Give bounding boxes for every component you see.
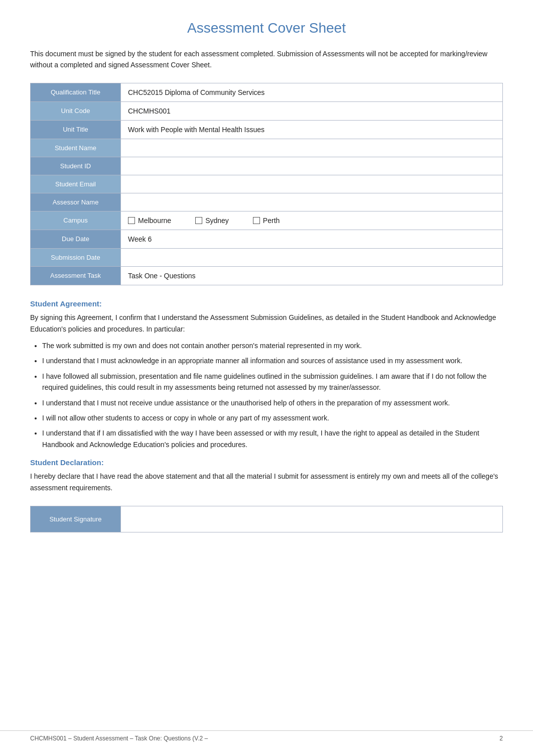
footer-left: CHCMHS001 – Student Assessment – Task On… xyxy=(30,735,208,742)
checkbox-sydney[interactable] xyxy=(195,217,202,224)
table-label-4: Student ID xyxy=(31,157,121,175)
table-label-0: Qualification Title xyxy=(31,83,121,101)
checkbox-perth[interactable] xyxy=(253,217,260,224)
campus-option-sydney[interactable]: Sydney xyxy=(195,217,229,225)
campus-option-melbourne[interactable]: Melbourne xyxy=(128,217,171,225)
campus-label-perth: Perth xyxy=(263,217,280,225)
table-value-10: Task One - Questions xyxy=(121,266,503,285)
table-value-6 xyxy=(121,193,503,211)
campus-label-sydney: Sydney xyxy=(205,217,229,225)
table-value-3 xyxy=(121,139,503,157)
footer: CHCMHS001 – Student Assessment – Task On… xyxy=(0,730,533,746)
table-value-4 xyxy=(121,157,503,175)
student-agreement-intro: By signing this Agreement, I confirm tha… xyxy=(30,312,503,335)
table-label-3: Student Name xyxy=(31,139,121,157)
campus-option-perth[interactable]: Perth xyxy=(253,217,280,225)
table-label-7: Campus xyxy=(31,211,121,230)
agreement-item-1: I understand that I must acknowledge in … xyxy=(42,355,503,366)
cover-sheet-table: Qualification TitleCHC52015 Diploma of C… xyxy=(30,83,503,285)
checkbox-melbourne[interactable] xyxy=(128,217,135,224)
agreement-item-2: I have followed all submission, presenta… xyxy=(42,371,503,393)
student-declaration-heading: Student Declaration: xyxy=(30,458,503,467)
agreement-item-4: I will not allow other students to acces… xyxy=(42,412,503,423)
signature-value[interactable] xyxy=(121,506,503,532)
agreement-item-0: The work submitted is my own and does no… xyxy=(42,340,503,351)
table-value-5 xyxy=(121,175,503,193)
agreement-item-3: I understand that I must not receive und… xyxy=(42,397,503,408)
table-label-6: Assessor Name xyxy=(31,193,121,211)
table-value-8: Week 6 xyxy=(121,230,503,248)
signature-label: Student Signature xyxy=(31,506,121,532)
agreement-list: The work submitted is my own and does no… xyxy=(42,340,503,450)
intro-text: This document must be signed by the stud… xyxy=(30,48,503,71)
table-label-2: Unit Title xyxy=(31,120,121,139)
campus-label-melbourne: Melbourne xyxy=(138,217,171,225)
table-label-1: Unit Code xyxy=(31,101,121,120)
agreement-item-5: I understand that if I am dissatisfied w… xyxy=(42,427,503,450)
table-label-5: Student Email xyxy=(31,175,121,193)
footer-right: 2 xyxy=(499,735,503,742)
student-agreement-heading: Student Agreement: xyxy=(30,299,503,308)
table-value-7: MelbourneSydneyPerth xyxy=(121,211,503,230)
table-label-9: Submission Date xyxy=(31,248,121,266)
table-value-9 xyxy=(121,248,503,266)
table-label-8: Due Date xyxy=(31,230,121,248)
page-title: Assessment Cover Sheet xyxy=(30,20,503,36)
table-label-10: Assessment Task xyxy=(31,266,121,285)
student-declaration-text: I hereby declare that I have read the ab… xyxy=(30,471,503,494)
signature-table: Student Signature xyxy=(30,506,503,532)
table-value-2: Work with People with Mental Health Issu… xyxy=(121,120,503,139)
table-value-1: CHCMHS001 xyxy=(121,101,503,120)
table-value-0: CHC52015 Diploma of Community Services xyxy=(121,83,503,101)
